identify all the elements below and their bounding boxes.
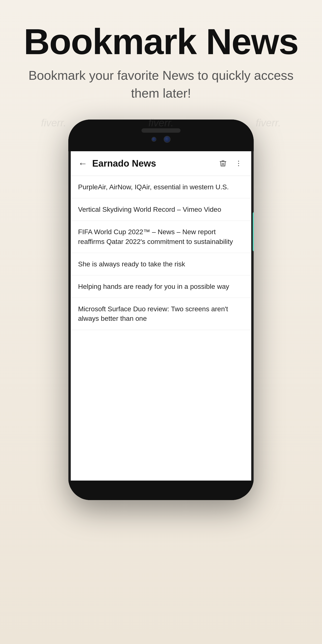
speaker-grille	[142, 128, 180, 133]
front-sensor	[152, 137, 156, 142]
phone-bottom-bezel	[68, 480, 254, 500]
news-item-3[interactable]: FIFA World Cup 2022™ – News – New report…	[71, 221, 251, 253]
camera-area	[152, 136, 170, 143]
phone-top-bezel	[68, 120, 254, 151]
app-header: ← Earnado News	[71, 151, 251, 176]
front-camera	[164, 136, 170, 143]
page-background: Bookmark News Bookmark your favorite New…	[0, 0, 322, 644]
header-icons	[218, 158, 244, 169]
svg-point-0	[238, 161, 239, 162]
news-item-1[interactable]: PurpleAir, AirNow, IQAir, essential in w…	[71, 176, 251, 198]
news-list: PurpleAir, AirNow, IQAir, essential in w…	[71, 176, 251, 330]
trash-button[interactable]	[218, 158, 228, 169]
watermark-3: fiverr.	[256, 117, 281, 129]
app-title: Earnado News	[92, 158, 218, 169]
news-item-6[interactable]: Microsoft Surface Duo review: Two screen…	[71, 298, 251, 330]
phone-frame: ← Earnado News	[68, 120, 254, 500]
news-item-2[interactable]: Vertical Skydiving World Record – Vimeo …	[71, 198, 251, 221]
teal-accent-bar	[253, 212, 254, 251]
news-item-5[interactable]: Helping hands are ready for you in a pos…	[71, 276, 251, 298]
news-item-4[interactable]: She is always ready to take the risk	[71, 253, 251, 276]
back-button[interactable]: ←	[78, 158, 87, 169]
page-subtitle: Bookmark your favorite News to quickly a…	[0, 66, 322, 102]
svg-point-1	[238, 163, 239, 164]
more-options-button[interactable]	[233, 158, 244, 169]
svg-point-2	[238, 165, 239, 166]
watermark-1: fiverr.	[41, 117, 66, 129]
header-section: Bookmark News Bookmark your favorite New…	[0, 0, 322, 116]
phone-screen: ← Earnado News	[71, 151, 251, 498]
page-title: Bookmark News	[0, 22, 322, 62]
phone-container: ← Earnado News	[68, 120, 254, 500]
